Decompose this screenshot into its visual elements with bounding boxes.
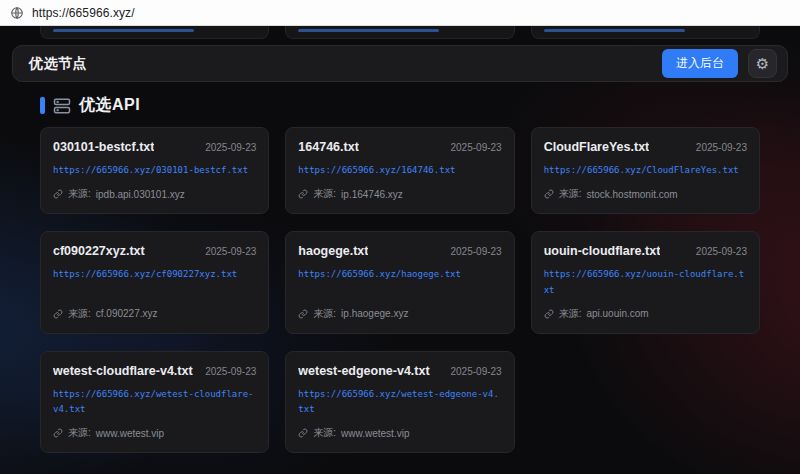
source-value: www.wetest.vip: [341, 428, 409, 439]
api-card: 164746.txt 2025-09-23 https://665966.xyz…: [285, 127, 514, 214]
source-value: cf.090227.xyz: [96, 308, 158, 319]
chain-link-icon: [53, 309, 63, 319]
card-date: 2025-09-23: [696, 142, 747, 153]
source-prefix: 来源:: [313, 307, 336, 321]
chain-link-icon: [53, 189, 63, 199]
page-header: 优选节点 进入后台 ⚙: [12, 45, 788, 82]
card-date: 2025-09-23: [451, 246, 502, 257]
card-date: 2025-09-23: [451, 366, 502, 377]
api-card: wetest-cloudflare-v4.txt 2025-09-23 http…: [40, 351, 269, 454]
card-title: 030101-bestcf.txt: [53, 140, 154, 154]
scrolled-card-stub: [40, 26, 269, 39]
source-value: api.uouin.com: [586, 308, 648, 319]
source-value: stock.hostmonit.com: [586, 189, 677, 200]
api-card: wetest-edgeone-v4.txt 2025-09-23 https:/…: [285, 351, 514, 454]
source-prefix: 来源:: [559, 187, 582, 201]
card-date: 2025-09-23: [205, 366, 256, 377]
card-date: 2025-09-23: [205, 246, 256, 257]
card-file-link[interactable]: https://665966.xyz/CloudFlareYes.txt: [544, 163, 747, 178]
site-info-icon[interactable]: [10, 6, 24, 20]
gear-icon: ⚙: [756, 56, 769, 71]
card-title: wetest-edgeone-v4.txt: [298, 364, 429, 378]
card-file-link[interactable]: https://665966.xyz/030101-bestcf.txt: [53, 163, 256, 178]
chain-link-icon: [53, 428, 63, 438]
section-heading: 优选API: [40, 95, 760, 116]
card-title: haogege.txt: [298, 244, 368, 258]
card-file-link[interactable]: https://665966.xyz/wetest-edgeone-v4.txt: [298, 387, 501, 418]
source-value: ip.164746.xyz: [341, 189, 403, 200]
scrolled-card-stub: [285, 26, 514, 39]
source-prefix: 来源:: [313, 187, 336, 201]
card-file-link[interactable]: https://665966.xyz/164746.txt: [298, 163, 501, 178]
accent-bar-icon: [40, 97, 45, 114]
settings-button[interactable]: ⚙: [748, 49, 777, 78]
chain-link-icon: [298, 309, 308, 319]
scrolled-cards-row: [40, 26, 760, 39]
card-title: 164746.txt: [298, 140, 358, 154]
source-value: ipdb.api.030101.xyz: [96, 189, 185, 200]
enter-admin-button[interactable]: 进入后台: [662, 49, 738, 78]
source-value: www.wetest.vip: [96, 428, 164, 439]
server-icon: [53, 97, 71, 115]
card-date: 2025-09-23: [451, 142, 502, 153]
browser-address-bar[interactable]: https://665966.xyz/: [0, 0, 800, 26]
card-title: wetest-cloudflare-v4.txt: [53, 364, 193, 378]
api-card: cf090227xyz.txt 2025-09-23 https://66596…: [40, 231, 269, 334]
card-title: uouin-cloudflare.txt: [544, 244, 661, 258]
api-cards-grid: 030101-bestcf.txt 2025-09-23 https://665…: [40, 127, 760, 453]
api-card: CloudFlareYes.txt 2025-09-23 https://665…: [531, 127, 760, 214]
card-title: cf090227xyz.txt: [53, 244, 145, 258]
page-background: 优选节点 进入后台 ⚙ 优选API 030101-bestcf.txt 2025…: [0, 26, 800, 474]
source-prefix: 来源:: [313, 426, 336, 440]
api-card: uouin-cloudflare.txt 2025-09-23 https://…: [531, 231, 760, 334]
page-title: 优选节点: [29, 55, 87, 73]
card-title: CloudFlareYes.txt: [544, 140, 650, 154]
card-date: 2025-09-23: [696, 246, 747, 257]
chain-link-icon: [544, 309, 554, 319]
source-prefix: 来源:: [68, 187, 91, 201]
card-date: 2025-09-23: [205, 142, 256, 153]
card-file-link[interactable]: https://665966.xyz/wetest-cloudflare-v4.…: [53, 387, 256, 418]
chain-link-icon: [298, 428, 308, 438]
section-title: 优选API: [79, 95, 140, 116]
card-file-link[interactable]: https://665966.xyz/haogege.txt: [298, 267, 501, 282]
card-file-link[interactable]: https://665966.xyz/cf090227xyz.txt: [53, 267, 256, 282]
api-card: 030101-bestcf.txt 2025-09-23 https://665…: [40, 127, 269, 214]
api-card: haogege.txt 2025-09-23 https://665966.xy…: [285, 231, 514, 334]
source-value: ip.haogege.xyz: [341, 308, 408, 319]
source-prefix: 来源:: [68, 307, 91, 321]
source-prefix: 来源:: [559, 307, 582, 321]
chain-link-icon: [298, 189, 308, 199]
card-file-link[interactable]: https://665966.xyz/uouin-cloudflare.txt: [544, 267, 747, 298]
chain-link-icon: [544, 189, 554, 199]
source-prefix: 来源:: [68, 426, 91, 440]
url-text[interactable]: https://665966.xyz/: [32, 6, 135, 20]
scrolled-card-stub: [531, 26, 760, 39]
